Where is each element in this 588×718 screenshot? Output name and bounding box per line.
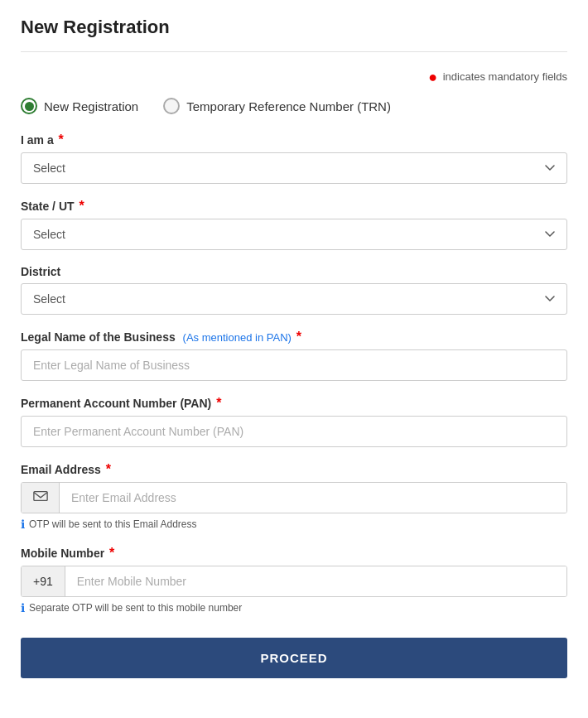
svg-rect-0: [33, 492, 46, 501]
mandatory-dot: ●: [428, 69, 437, 85]
email-icon: [33, 490, 48, 505]
legal-name-input[interactable]: [21, 349, 567, 381]
radio-trn-circle: [163, 98, 180, 114]
state-ut-label-text: State / UT: [21, 200, 75, 213]
radio-trn-label: Temporary Reference Number (TRN): [186, 99, 391, 113]
proceed-button[interactable]: PROCEED: [21, 638, 567, 678]
mandatory-note-text: indicates mandatory fields: [443, 70, 567, 83]
i-am-a-select[interactable]: Select: [21, 152, 567, 184]
radio-trn[interactable]: Temporary Reference Number (TRN): [163, 98, 391, 114]
radio-new-registration-label: New Registration: [44, 99, 138, 113]
email-label: Email Address *: [21, 462, 567, 477]
state-ut-group: State / UT * Select: [21, 199, 567, 250]
email-label-text: Email Address: [21, 463, 101, 476]
pan-input[interactable]: [21, 416, 567, 447]
email-info-icon: ℹ: [21, 518, 25, 531]
i-am-a-label-text: I am a: [21, 133, 54, 147]
radio-new-registration-circle: [21, 98, 37, 114]
district-group: District Select: [21, 265, 567, 315]
i-am-a-mandatory-star: *: [59, 133, 64, 147]
mobile-mandatory-star: *: [109, 546, 114, 560]
legal-name-group: Legal Name of the Business (As mentioned…: [21, 330, 567, 381]
mobile-group: Mobile Number * +91 ℹ Separate OTP will …: [21, 546, 567, 614]
state-ut-select[interactable]: Select: [21, 219, 567, 250]
email-mandatory-star: *: [106, 462, 111, 476]
legal-name-pan-note: (As mentioned in PAN): [183, 331, 292, 344]
state-ut-mandatory-star: *: [79, 199, 84, 213]
state-ut-label: State / UT *: [21, 199, 567, 214]
pan-mandatory-star: *: [216, 396, 221, 410]
mobile-hint: ℹ Separate OTP will be sent to this mobi…: [21, 601, 567, 614]
email-input-wrapper: [21, 482, 567, 513]
email-group: Email Address * ℹ OTP will be sent to th…: [21, 462, 567, 531]
mobile-input-wrapper: +91: [21, 566, 567, 597]
title-divider: [21, 51, 567, 52]
pan-label-text: Permanent Account Number (PAN): [21, 397, 211, 410]
email-icon-box: [22, 483, 60, 513]
mobile-prefix: +91: [22, 566, 65, 596]
mobile-info-icon: ℹ: [21, 601, 25, 614]
i-am-a-label: I am a *: [21, 133, 567, 147]
radio-new-registration[interactable]: New Registration: [21, 98, 138, 114]
mobile-input[interactable]: [65, 566, 566, 596]
registration-type-group: New Registration Temporary Reference Num…: [21, 98, 567, 114]
pan-group: Permanent Account Number (PAN) *: [21, 396, 567, 447]
i-am-a-group: I am a * Select: [21, 133, 567, 184]
district-select[interactable]: Select: [21, 283, 567, 315]
legal-name-label: Legal Name of the Business (As mentioned…: [21, 330, 567, 345]
mobile-label: Mobile Number *: [21, 546, 567, 561]
district-label-text: District: [21, 265, 60, 278]
email-hint: ℹ OTP will be sent to this Email Address: [21, 518, 567, 531]
legal-name-mandatory-star: *: [296, 330, 301, 344]
page-title: New Registration: [21, 17, 567, 38]
mobile-label-text: Mobile Number: [21, 547, 104, 560]
email-input[interactable]: [60, 483, 566, 513]
district-label: District: [21, 265, 567, 278]
mandatory-note: ● indicates mandatory fields: [21, 69, 567, 86]
pan-label: Permanent Account Number (PAN) *: [21, 396, 567, 411]
legal-name-label-text: Legal Name of the Business: [21, 330, 176, 344]
mobile-hint-text: Separate OTP will be sent to this mobile…: [29, 602, 242, 614]
email-hint-text: OTP will be sent to this Email Address: [29, 518, 197, 530]
